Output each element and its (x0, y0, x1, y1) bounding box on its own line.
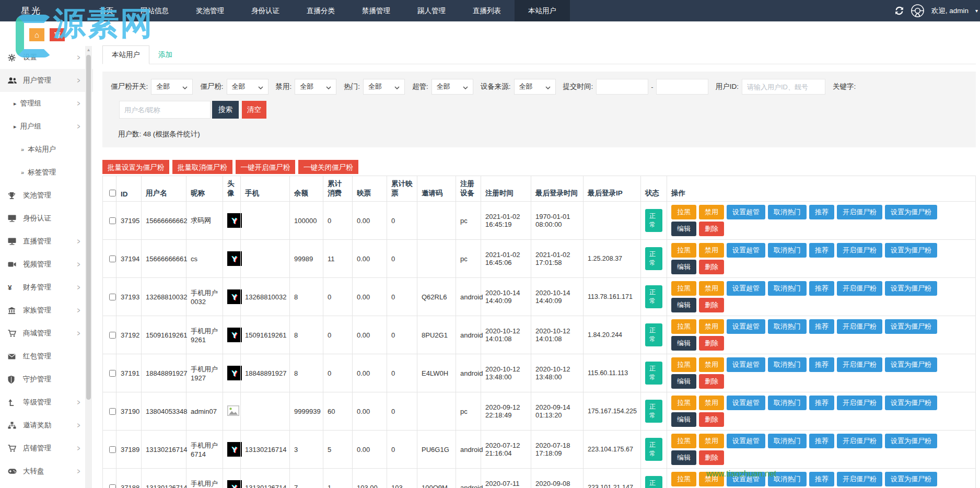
filter-select-super-admin[interactable]: 全部 (431, 79, 473, 95)
disable-button[interactable]: 禁用 (699, 434, 724, 448)
username-nickname-input[interactable] (119, 101, 211, 119)
sidebar-item-live-manage[interactable]: 直播管理> (0, 230, 93, 253)
enable-zombie-fans-button[interactable]: 开启僵尸粉 (837, 396, 882, 410)
refresh-icon[interactable] (895, 6, 904, 15)
scrollbar-up-arrow-icon[interactable]: ▲ (85, 46, 92, 52)
nav-item-prize-pool[interactable]: 奖池管理 (182, 0, 238, 21)
nav-item-live-category[interactable]: 直播分类 (293, 0, 348, 21)
sidebar-item-guard-manage[interactable]: 守护管理 (0, 368, 93, 391)
recommend-button[interactable]: 推荐 (809, 472, 834, 486)
set-super-admin-button[interactable]: 设置超管 (727, 396, 765, 410)
blacklist-button[interactable]: 拉黑 (671, 434, 696, 448)
row-checkbox[interactable] (109, 332, 116, 339)
sidebar-item-big-wheel[interactable]: 大转盘> (0, 460, 93, 483)
disable-button[interactable]: 禁用 (699, 243, 724, 258)
blacklist-button[interactable]: 拉黑 (671, 319, 696, 334)
edit-button[interactable]: 编辑 (671, 374, 696, 389)
sidebar-item-tag-manage[interactable]: »标签管理 (0, 161, 93, 184)
edit-button[interactable]: 编辑 (671, 222, 696, 236)
set-zombie-fans-button[interactable]: 设置为僵尸粉 (885, 205, 937, 219)
enable-zombie-fans-button[interactable]: 开启僵尸粉 (837, 319, 882, 334)
row-checkbox[interactable] (109, 484, 116, 488)
edit-button[interactable]: 编辑 (671, 336, 696, 351)
nav-item-home[interactable]: 首页 (86, 0, 127, 21)
filter-select-zombie-fan[interactable]: 全部 (227, 79, 269, 95)
sidebar-item-identity-auth[interactable]: 身份认证 (0, 207, 93, 230)
sidebar-item-redpacket-manage[interactable]: 红包管理 (0, 345, 93, 368)
set-super-admin-button[interactable]: 设置超管 (727, 281, 765, 296)
sidebar-item-mall-manage[interactable]: 商城管理> (0, 322, 93, 345)
search-button[interactable]: 搜索 (212, 101, 239, 119)
set-super-admin-button[interactable]: 设置超管 (727, 434, 765, 448)
set-zombie-fans-button[interactable]: 设置为僵尸粉 (885, 319, 937, 334)
sidebar-item-user-manage[interactable]: 用户管理> (0, 69, 93, 92)
sidebar-scrollbar[interactable]: ▲ (85, 46, 92, 488)
filter-select-hot[interactable]: 全部 (363, 79, 405, 95)
nav-item-site-users[interactable]: 本站用户 (515, 0, 570, 21)
sidebar-item-invite-reward[interactable]: 邀请奖励> (0, 414, 93, 437)
edit-button[interactable]: 编辑 (671, 260, 696, 274)
recommend-button[interactable]: 推荐 (809, 396, 834, 410)
sidebar-item-site-users[interactable]: »本站用户 (0, 138, 93, 161)
set-super-admin-button[interactable]: 设置超管 (727, 243, 765, 258)
delete-button[interactable]: 删除 (699, 412, 724, 427)
one-key-disable-zombie-fans-button[interactable]: 一键关闭僵尸粉 (298, 160, 358, 174)
home-tab[interactable]: ⌂ (29, 28, 44, 41)
row-checkbox[interactable] (109, 255, 116, 262)
edit-button[interactable]: 编辑 (671, 412, 696, 427)
blacklist-button[interactable]: 拉黑 (671, 205, 696, 219)
enable-zombie-fans-button[interactable]: 开启僵尸粉 (837, 243, 882, 258)
disable-button[interactable]: 禁用 (699, 319, 724, 334)
set-super-admin-button[interactable]: 设置超管 (727, 472, 765, 486)
close-tabs-button[interactable] (50, 28, 65, 41)
batch-set-zombie-fans-button[interactable]: 批量设置为僵尸粉 (102, 160, 169, 174)
edit-button[interactable]: 编辑 (671, 298, 696, 312)
submit-time-end-input[interactable] (656, 79, 708, 95)
sidebar-item-prize-pool[interactable]: 奖池管理 (0, 184, 93, 207)
set-zombie-fans-button[interactable]: 设置为僵尸粉 (885, 472, 937, 486)
clear-button[interactable]: 清空 (242, 101, 266, 119)
row-checkbox[interactable] (109, 446, 116, 453)
row-checkbox[interactable] (109, 370, 116, 377)
delete-button[interactable]: 删除 (699, 374, 724, 389)
set-zombie-fans-button[interactable]: 设置为僵尸粉 (885, 281, 937, 296)
set-zombie-fans-button[interactable]: 设置为僵尸粉 (885, 396, 937, 410)
set-zombie-fans-button[interactable]: 设置为僵尸粉 (885, 243, 937, 258)
sidebar-item-finance-manage[interactable]: ¥财务管理> (0, 276, 93, 299)
set-super-admin-button[interactable]: 设置超管 (727, 357, 765, 372)
sidebar-item-video-manage[interactable]: 视频管理> (0, 253, 93, 276)
disable-button[interactable]: 禁用 (699, 205, 724, 219)
cancel-hot-button[interactable]: 取消热门 (768, 396, 807, 410)
row-checkbox[interactable] (109, 217, 116, 224)
set-zombie-fans-button[interactable]: 设置为僵尸粉 (885, 357, 937, 372)
delete-button[interactable]: 删除 (699, 298, 724, 312)
recommend-button[interactable]: 推荐 (809, 357, 834, 372)
cancel-hot-button[interactable]: 取消热门 (768, 472, 807, 486)
set-super-admin-button[interactable]: 设置超管 (727, 205, 765, 219)
blacklist-button[interactable]: 拉黑 (671, 396, 696, 410)
row-checkbox[interactable] (109, 294, 116, 300)
cancel-hot-button[interactable]: 取消热门 (768, 243, 807, 258)
blacklist-button[interactable]: 拉黑 (671, 357, 696, 372)
disable-button[interactable]: 禁用 (699, 281, 724, 296)
disable-button[interactable]: 禁用 (699, 472, 724, 486)
recommend-button[interactable]: 推荐 (809, 243, 834, 258)
sidebar-item-shop-manage[interactable]: 店铺管理> (0, 437, 93, 460)
disable-button[interactable]: 禁用 (699, 396, 724, 410)
recommend-button[interactable]: 推荐 (809, 205, 834, 219)
sidebar-item-settings[interactable]: 设置> (0, 46, 93, 69)
row-checkbox[interactable] (109, 408, 116, 415)
cancel-hot-button[interactable]: 取消热门 (768, 357, 807, 372)
one-key-enable-zombie-fans-button[interactable]: 一键开启僵尸粉 (236, 160, 296, 174)
batch-cancel-zombie-fans-button[interactable]: 批量取消僵尸粉 (172, 160, 232, 174)
tab-site-users[interactable]: 本站用户 (102, 45, 149, 64)
enable-zombie-fans-button[interactable]: 开启僵尸粉 (837, 472, 882, 486)
enable-zombie-fans-button[interactable]: 开启僵尸粉 (837, 357, 882, 372)
nav-item-kick-manage[interactable]: 踢人管理 (404, 0, 459, 21)
cancel-hot-button[interactable]: 取消热门 (768, 434, 807, 448)
sidebar-item-user-group[interactable]: ▸用户组> (0, 115, 93, 138)
set-zombie-fans-button[interactable]: 设置为僵尸粉 (885, 434, 937, 448)
user-id-input[interactable] (742, 79, 825, 95)
delete-button[interactable]: 删除 (699, 450, 724, 465)
sidebar-item-level-manage[interactable]: 等级管理> (0, 391, 93, 414)
